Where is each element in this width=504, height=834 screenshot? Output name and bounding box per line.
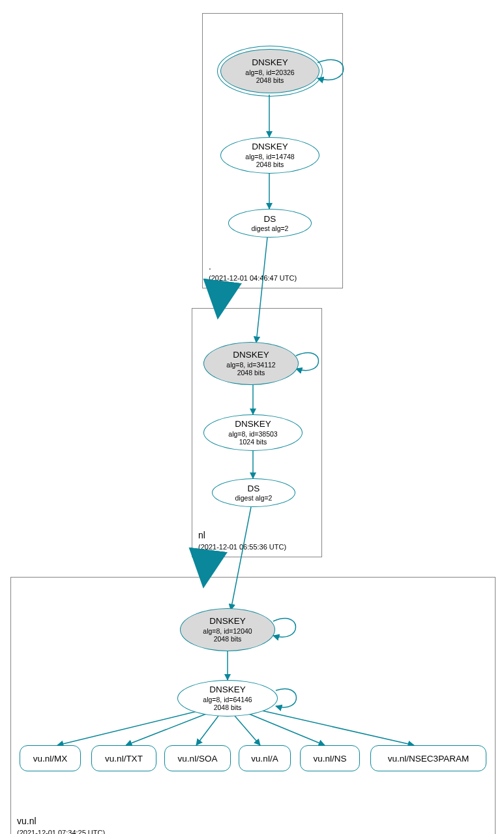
node-title: DNSKEY [235,419,271,429]
zone-root-timestamp: (2021-12-01 04:46:47 UTC) [209,274,297,282]
node-alg: alg=8, id=64146 [203,696,252,704]
zone-root-label: . [209,261,211,271]
nl-zsk-node: DNSKEY alg=8, id=38503 1024 bits [203,414,303,451]
rr-nsec: vu.nl/NSEC3PARAM [370,745,486,771]
node-bits: 1024 bits [239,438,267,446]
node-alg: alg=8, id=34112 [226,361,275,369]
node-title: DNSKEY [252,142,288,152]
rr-soa: vu.nl/SOA [164,745,231,771]
rr-txt: vu.nl/TXT [91,745,156,771]
rr-mx: vu.nl/MX [20,745,81,771]
root-ds-node: DS digest alg=2 [228,209,312,238]
node-title: DS [264,214,276,224]
node-alg: alg=8, id=12040 [203,627,252,636]
node-bits: 2048 bits [214,635,242,643]
node-bits: 2048 bits [256,76,284,85]
node-title: DNSKEY [252,57,288,68]
node-bits: 2048 bits [237,369,265,377]
node-alg: alg=8, id=38503 [228,430,277,439]
zone-vunl-timestamp: (2021-12-01 07:34:25 UTC) [17,829,105,834]
nl-ksk-node: DNSKEY alg=8, id=34112 2048 bits [203,342,299,385]
rr-ns: vu.nl/NS [300,745,360,771]
zone-nl-timestamp: (2021-12-01 06:55:36 UTC) [198,543,286,551]
vunl-ksk-node: DNSKEY alg=8, id=12040 2048 bits [180,608,275,651]
node-digest: digest alg=2 [252,224,289,233]
vunl-zsk-node: DNSKEY alg=8, id=64146 2048 bits [177,680,278,717]
node-title: DS [248,484,260,494]
zone-vunl-label: vu.nl [17,816,37,826]
node-title: DNSKEY [209,685,246,695]
node-bits: 2048 bits [256,161,284,169]
zone-nl-label: nl [198,530,205,540]
node-alg: alg=8, id=20326 [245,69,294,77]
nl-ds-node: DS digest alg=2 [212,478,295,507]
node-title: DNSKEY [209,616,246,626]
rr-a: vu.nl/A [239,745,291,771]
root-zsk-node: DNSKEY alg=8, id=14748 2048 bits [220,137,319,174]
node-bits: 2048 bits [214,703,242,712]
node-alg: alg=8, id=14748 [245,153,294,161]
root-ksk-node: DNSKEY alg=8, id=20326 2048 bits [220,49,319,93]
node-title: DNSKEY [233,350,269,360]
node-digest: digest alg=2 [235,494,273,502]
